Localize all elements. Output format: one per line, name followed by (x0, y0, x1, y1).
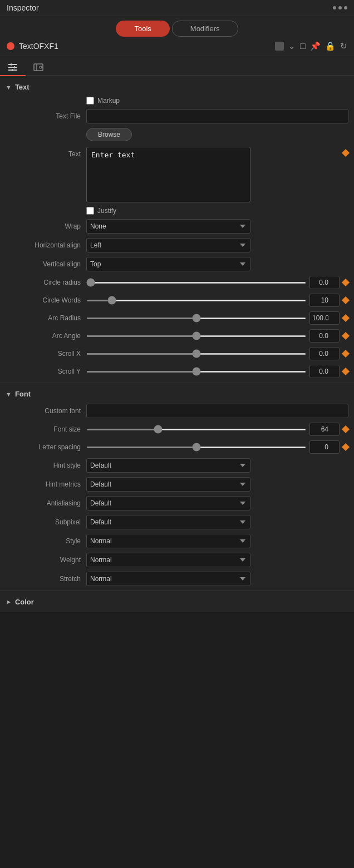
stretch-row: Stretch NormalCondensedExpanded (0, 569, 354, 588)
justify-checkbox[interactable] (86, 207, 94, 215)
stretch-value: NormalCondensedExpanded (86, 572, 348, 586)
content-area: ▼ Text Markup Text File Browse Text Ente… (0, 76, 354, 612)
subpixel-select[interactable]: DefaultRGBBGRVRGBVBGR (86, 515, 250, 529)
title-bar-dots (333, 6, 347, 9)
window-icon[interactable]: □ (300, 41, 306, 51)
text-section-title: Text (15, 83, 30, 91)
svg-rect-4 (14, 66, 15, 68)
scroll-y-label: Scroll Y (6, 368, 86, 375)
text-file-input[interactable] (86, 109, 348, 123)
scroll-x-row: Scroll X (0, 345, 354, 363)
arc-radius-diamond[interactable] (342, 314, 350, 322)
scroll-y-row: Scroll Y (0, 363, 354, 380)
antialiasing-select[interactable]: DefaultNoneGraySubpixel (86, 496, 250, 510)
dot1 (333, 6, 336, 9)
scroll-x-value (86, 347, 340, 360)
scroll-x-label: Scroll X (6, 350, 86, 358)
letter-spacing-row: Letter spacing (0, 438, 354, 456)
circle-words-slider[interactable] (86, 300, 306, 301)
title-bar-title: Inspector (7, 3, 39, 12)
letter-spacing-slider[interactable] (86, 447, 306, 448)
markup-checkbox[interactable] (86, 97, 94, 105)
arc-angle-diamond[interactable] (342, 332, 350, 340)
tab-modifiers[interactable]: Modifiers (172, 21, 238, 37)
svg-point-8 (40, 66, 42, 68)
arc-radius-input[interactable] (309, 311, 340, 325)
text-arrow-icon: ▼ (6, 84, 12, 91)
arc-radius-value (86, 311, 340, 325)
justify-row: Justify (0, 205, 354, 217)
scroll-y-diamond[interactable] (342, 368, 350, 375)
color-section-header[interactable]: ▼ Color (0, 597, 354, 609)
reset-icon[interactable]: ↻ (340, 41, 347, 51)
scroll-x-input[interactable] (309, 347, 340, 360)
icon-tab-properties[interactable] (0, 59, 26, 76)
text-label: Text (6, 147, 86, 158)
arc-angle-input[interactable] (309, 329, 340, 343)
pin-icon[interactable]: 📌 (310, 41, 321, 51)
letter-spacing-input[interactable] (309, 440, 340, 454)
justify-label: Justify (97, 207, 116, 215)
arc-radius-label: Arc Radius (6, 314, 86, 322)
weight-select[interactable]: NormalBoldThinLightMediumHeavy (86, 553, 250, 567)
h-align-select[interactable]: LeftCenterRight (86, 238, 250, 252)
font-section: ▼ Font Custom font Font size Letter spac… (0, 383, 354, 591)
scroll-x-diamond[interactable] (342, 350, 350, 358)
style-value: NormalItalicOblique (86, 534, 348, 548)
scroll-y-value (86, 365, 340, 378)
weight-value: NormalBoldThinLightMediumHeavy (86, 553, 348, 567)
title-bar: Inspector (0, 0, 354, 16)
text-keyframe-diamond[interactable] (342, 149, 350, 157)
lock-icon[interactable]: 🔒 (325, 41, 336, 51)
text-section-header[interactable]: ▼ Text (0, 82, 354, 95)
node-icons: ⌄ □ 📌 🔒 ↻ (275, 41, 347, 51)
circle-words-input[interactable] (309, 294, 340, 307)
style-select[interactable]: NormalItalicOblique (86, 534, 250, 548)
font-arrow-icon: ▼ (6, 391, 12, 398)
chevron-down-icon[interactable]: ⌄ (288, 41, 296, 51)
font-section-header[interactable]: ▼ Font (0, 389, 354, 401)
font-size-row: Font size (0, 420, 354, 438)
font-size-value (86, 423, 340, 436)
arc-angle-row: Arc Angle (0, 327, 354, 345)
custom-font-input[interactable] (86, 404, 348, 418)
circle-words-diamond[interactable] (342, 296, 350, 304)
subpixel-row: Subpixel DefaultRGBBGRVRGBVBGR (0, 513, 354, 532)
scroll-y-slider[interactable] (86, 371, 306, 373)
v-align-select[interactable]: TopCenterBottom (86, 257, 250, 271)
arc-angle-slider[interactable] (86, 335, 306, 337)
font-size-diamond[interactable] (342, 425, 350, 433)
hint-metrics-select[interactable]: DefaultOffOn (86, 477, 250, 492)
main-tab-row: Tools Modifiers (0, 16, 354, 37)
hint-style-value: DefaultNoneSlightMediumFull (86, 458, 348, 473)
text-textarea[interactable]: Enter text (86, 147, 250, 202)
circle-words-label: Circle Words (6, 296, 86, 304)
letter-spacing-diamond[interactable] (342, 443, 350, 451)
browse-button[interactable]: Browse (86, 128, 132, 141)
scroll-y-input[interactable] (309, 365, 340, 378)
font-size-input[interactable] (309, 423, 340, 436)
letter-spacing-label: Letter spacing (6, 443, 86, 451)
scroll-x-slider[interactable] (86, 353, 306, 355)
wrap-row: Wrap NoneWordCharacter (0, 217, 354, 236)
circle-radius-slider[interactable] (86, 282, 306, 284)
font-size-slider[interactable] (86, 429, 306, 430)
circle-radius-diamond[interactable] (342, 279, 350, 286)
icon-tab-settings[interactable] (26, 59, 51, 75)
antialiasing-row: Antialiasing DefaultNoneGraySubpixel (0, 494, 354, 513)
browse-row: Browse (0, 126, 354, 143)
svg-rect-5 (12, 69, 13, 71)
stretch-label: Stretch (6, 575, 86, 583)
circle-radius-value (86, 276, 340, 289)
custom-font-row: Custom font (0, 401, 354, 420)
h-align-row: Horizontal align LeftCenterRight (0, 236, 354, 255)
stretch-select[interactable]: NormalCondensedExpanded (86, 572, 250, 586)
wrap-select[interactable]: NoneWordCharacter (86, 219, 250, 234)
custom-font-value (86, 404, 348, 418)
color-swatch[interactable] (275, 42, 284, 51)
circle-radius-input[interactable] (309, 276, 340, 289)
hint-style-select[interactable]: DefaultNoneSlightMediumFull (86, 458, 250, 473)
subpixel-label: Subpixel (6, 518, 86, 526)
arc-radius-slider[interactable] (86, 318, 306, 319)
tab-tools[interactable]: Tools (116, 21, 169, 37)
